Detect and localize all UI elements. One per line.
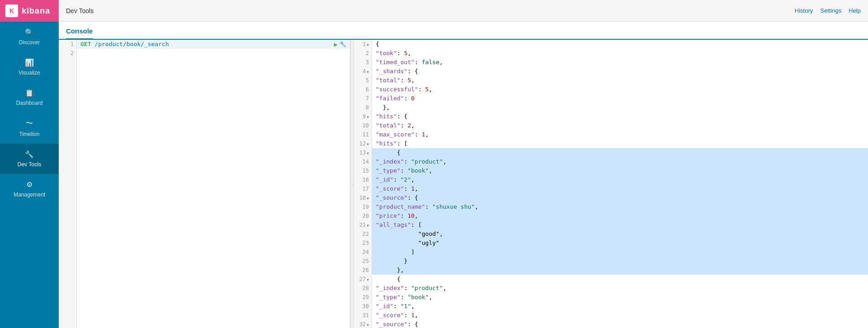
resp-line-num: 5 — [354, 76, 372, 85]
http-method: GET — [80, 40, 91, 49]
sidebar-item-visualize[interactable]: 📊 Visualize — [0, 52, 59, 82]
resp-line-num: 30 — [354, 302, 372, 311]
logo-icon: K — [5, 5, 18, 17]
devtools-icon: 🔧 — [25, 150, 34, 159]
resp-line-num: 26 — [354, 266, 372, 275]
sidebar-item-dashboard[interactable]: 📋 Dashboard — [0, 82, 59, 112]
query-line-2 — [77, 49, 350, 58]
logo[interactable]: K kibana — [0, 0, 59, 22]
sidebar-item-devtools[interactable]: 🔧 Dev Tools — [0, 144, 59, 174]
response-line: "_score": 1, — [372, 311, 868, 320]
resp-line-num: 27▼ — [354, 275, 372, 284]
query-lines: 1 2 GET /product/book/_search ▶ 🔧 — [59, 40, 350, 328]
resp-line-num: 3 — [354, 58, 372, 67]
discover-icon: 🔍 — [25, 28, 34, 37]
response-line: "hits": [ — [372, 139, 868, 148]
resp-line-num: 10 — [354, 121, 372, 130]
resp-line-num: 32▼ — [354, 320, 372, 328]
top-bar-links: History Settings Help — [795, 7, 861, 14]
response-line: "_shards": { — [372, 67, 868, 76]
response-line: } — [372, 257, 868, 266]
dashboard-icon: 📋 — [25, 89, 34, 97]
url-path: /product/book/_search — [94, 40, 169, 49]
panel-resizer[interactable]: ··· — [350, 40, 354, 328]
resp-line-num: 29 — [354, 293, 372, 302]
sidebar-item-label: Timelion — [19, 131, 40, 137]
logo-text: kibana — [22, 6, 50, 16]
resp-line-num: 4▼ — [354, 67, 372, 76]
response-line: { — [372, 40, 868, 49]
response-line: "ugly" — [372, 239, 868, 248]
response-line: "_id": "2", — [372, 175, 868, 184]
response-line: "good", — [372, 230, 868, 239]
line-num-1: 1 — [59, 40, 76, 49]
resp-line-num: 9▼ — [354, 112, 372, 121]
resp-line-num: 17 — [354, 184, 372, 193]
response-line: "_type": "book", — [372, 293, 868, 302]
response-line: "_index": "product", — [372, 157, 868, 166]
settings-link[interactable]: Settings — [820, 7, 841, 14]
sidebar-item-label: Management — [14, 192, 45, 198]
response-line-numbers: 1▼234▼56789▼101112▼13▼1415161718▼192021▼… — [354, 40, 372, 328]
response-line: "_score": 1, — [372, 184, 868, 193]
resp-line-num: 14 — [354, 157, 372, 166]
visualize-icon: 📊 — [25, 58, 34, 67]
response-line: "hits": { — [372, 112, 868, 121]
resp-line-num: 24 — [354, 248, 372, 257]
query-actions: ▶ 🔧 — [334, 40, 346, 49]
management-icon: ⚙ — [26, 180, 33, 189]
sidebar-item-management[interactable]: ⚙ Management — [0, 174, 59, 204]
query-content[interactable]: GET /product/book/_search ▶ 🔧 — [77, 40, 350, 328]
response-line: "_source": { — [372, 320, 868, 328]
response-line: "_type": "book", — [372, 166, 868, 175]
response-line: "price": 10, — [372, 211, 868, 220]
response-line: "failed": 0 — [372, 94, 868, 103]
resp-line-num: 6 — [354, 85, 372, 94]
sidebar: K kibana 🔍 Discover 📊 Visualize 📋 Dashbo… — [0, 0, 59, 328]
response-line: { — [372, 275, 868, 284]
wrench-button[interactable]: 🔧 — [340, 40, 346, 49]
page-title: Dev Tools — [66, 7, 94, 14]
resp-line-num: 16 — [354, 175, 372, 184]
console-header: Console — [59, 22, 868, 40]
response-line: "total": 2, — [372, 121, 868, 130]
resp-line-num: 18▼ — [354, 193, 372, 202]
resp-line-num: 8 — [354, 103, 372, 112]
query-line-1[interactable]: GET /product/book/_search ▶ 🔧 — [77, 40, 350, 49]
response-panel: 1▼234▼56789▼101112▼13▼1415161718▼192021▼… — [354, 40, 868, 328]
help-link[interactable]: Help — [849, 7, 861, 14]
response-line: "total": 5, — [372, 76, 868, 85]
response-line: ] — [372, 248, 868, 257]
line-num-2: 2 — [59, 49, 76, 58]
response-line: { — [372, 148, 868, 157]
resp-line-num: 21▼ — [354, 220, 372, 230]
editor-area: 1 2 GET /product/book/_search ▶ 🔧 — [59, 40, 868, 328]
resp-line-num: 1▼ — [354, 40, 372, 49]
sidebar-item-timelion[interactable]: 〜 Timelion — [0, 112, 59, 144]
sidebar-item-label: Visualize — [19, 70, 40, 76]
sidebar-item-discover[interactable]: 🔍 Discover — [0, 22, 59, 52]
response-line: "successful": 5, — [372, 85, 868, 94]
timelion-icon: 〜 — [26, 119, 33, 128]
tab-console[interactable]: Console — [66, 23, 93, 40]
resp-line-num: 7 — [354, 94, 372, 103]
run-button[interactable]: ▶ — [334, 40, 338, 49]
response-line: "_source": { — [372, 193, 868, 202]
resp-line-num: 11 — [354, 130, 372, 139]
response-line: "all_tags": [ — [372, 220, 868, 230]
query-line-numbers: 1 2 — [59, 40, 77, 328]
top-bar: Dev Tools History Settings Help — [59, 0, 868, 22]
sidebar-item-label: Dashboard — [16, 100, 43, 106]
resp-line-num: 22 — [354, 230, 372, 239]
resp-line-num: 20 — [354, 211, 372, 220]
history-link[interactable]: History — [795, 7, 813, 14]
response-line: "_id": "1", — [372, 302, 868, 311]
response-line: }, — [372, 103, 868, 112]
main-content: Dev Tools History Settings Help Console … — [59, 0, 868, 328]
resp-line-num: 19 — [354, 202, 372, 211]
response-line: }, — [372, 266, 868, 275]
resp-line-num: 13▼ — [354, 148, 372, 157]
query-panel: 1 2 GET /product/book/_search ▶ 🔧 — [59, 40, 350, 328]
resp-line-num: 31 — [354, 311, 372, 320]
response-content[interactable]: { "took": 5, "timed_out": false, "_shard… — [372, 40, 868, 328]
